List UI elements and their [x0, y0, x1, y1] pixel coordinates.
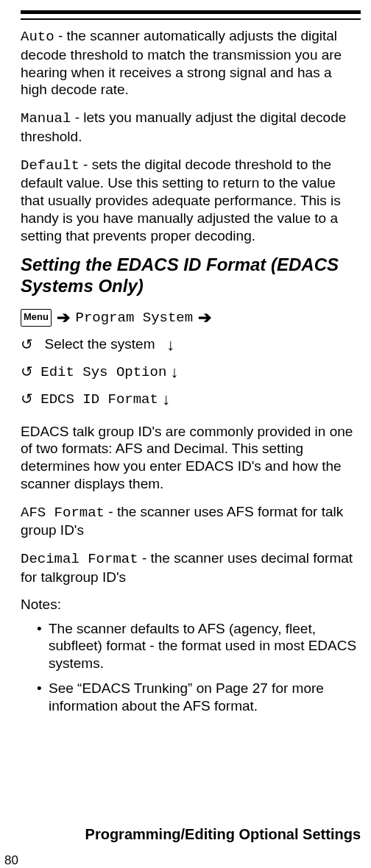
option-default-label: Default — [21, 157, 80, 174]
menu-step-edcs-id-format: EDCS ID Format — [40, 391, 158, 408]
paragraph-auto: Auto - the scanner automatically adjusts… — [21, 27, 361, 99]
down-arrow-icon: ↓ — [162, 390, 170, 408]
arrow-right-icon: ➔ — [197, 308, 213, 327]
paragraph-afs-format: AFS Format - the scanner uses AFS format… — [21, 503, 361, 540]
notes-list: The scanner defaults to AFS (agency, fle… — [21, 620, 361, 715]
option-afs-label: AFS Format — [21, 505, 105, 521]
page: Auto - the scanner automatically adjusts… — [0, 10, 371, 868]
list-item: See “EDACS Trunking” on Page 27 for more… — [37, 680, 361, 715]
menu-navigation: Menu ➔ Program System ➔ ↺ Select the sys… — [21, 305, 361, 413]
rule-thick — [21, 10, 361, 14]
page-number: 80 — [4, 853, 18, 868]
scroll-icon: ↺ — [21, 332, 37, 356]
paragraph-decimal-format: Decimal Format - the scanner uses decima… — [21, 549, 361, 586]
menu-step-program-system: Program System — [76, 310, 194, 326]
list-item: The scanner defaults to AFS (agency, fle… — [37, 620, 361, 672]
scroll-icon: ↺ — [21, 387, 37, 410]
down-arrow-icon: ↓ — [171, 363, 179, 381]
option-auto-label: Auto — [21, 29, 54, 45]
section-heading: Setting the EDACS ID Format (EDACS Syste… — [21, 255, 361, 297]
paragraph-manual: Manual - lets you manually adjust the di… — [21, 109, 361, 146]
option-auto-desc: - the scanner automatically adjusts the … — [21, 28, 342, 97]
paragraph-edacs-desc: EDACS talk group ID's are commonly provi… — [21, 423, 361, 493]
down-arrow-icon: ↓ — [166, 335, 174, 354]
notes-label: Notes: — [21, 597, 361, 613]
rule-thin — [21, 18, 361, 20]
option-decimal-label: Decimal Format — [21, 551, 138, 567]
menu-step-edit-sys-option: Edit Sys Option — [40, 364, 166, 380]
option-manual-label: Manual — [21, 110, 71, 127]
paragraph-default: Default - sets the digital decode thresh… — [21, 156, 361, 245]
menu-step-select-system: Select the system — [45, 336, 155, 352]
arrow-right-icon: ➔ — [55, 308, 71, 327]
menu-button-icon: Menu — [21, 309, 52, 327]
footer-title: Programming/Editing Optional Settings — [0, 826, 361, 843]
scroll-icon: ↺ — [21, 360, 37, 383]
